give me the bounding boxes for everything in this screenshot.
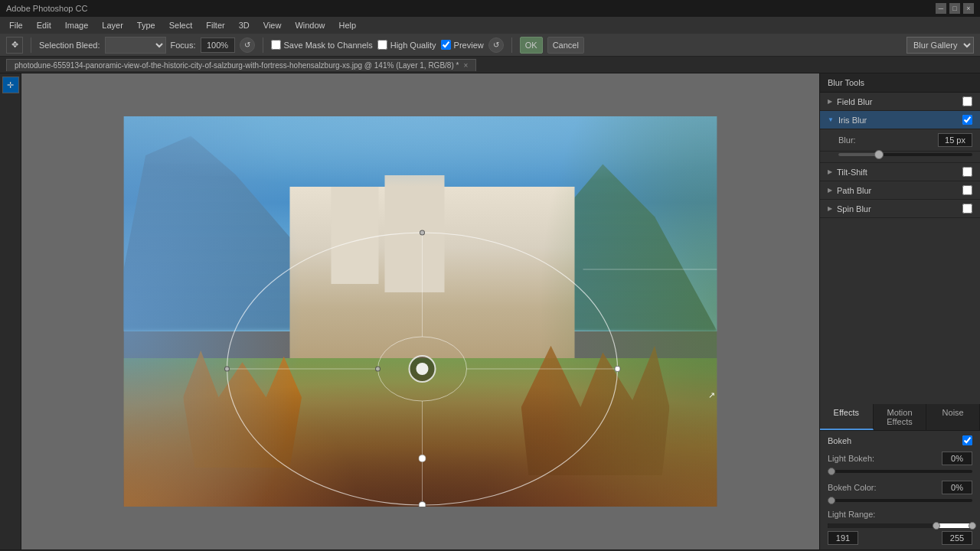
iris-blur-slider-fill — [838, 153, 879, 156]
iris-handle-right[interactable] — [615, 366, 621, 372]
bokeh-color-thumb[interactable] — [828, 497, 835, 504]
iris-blur-item[interactable]: ▼ Iris Blur — [820, 111, 980, 129]
bokeh-color-input[interactable] — [942, 481, 972, 494]
menu-image[interactable]: Image — [59, 19, 95, 31]
iris-blur-amount-row: Blur: — [820, 129, 980, 152]
center-pin-outer — [409, 355, 436, 383]
iris-inner-handle-left[interactable] — [375, 367, 381, 372]
light-range-min-input[interactable] — [828, 531, 858, 545]
high-quality-checkbox-label[interactable]: High Quality — [377, 40, 436, 50]
toolbar-sep-2 — [263, 37, 263, 53]
tool-move[interactable]: ✛ — [2, 77, 19, 93]
iris-blur-checkbox[interactable] — [962, 115, 972, 125]
field-blur-item[interactable]: ▶ Field Blur — [820, 93, 980, 111]
ok-button[interactable]: OK — [520, 37, 543, 54]
iris-blur-slider-row — [820, 152, 980, 163]
focus-label: Focus: — [171, 41, 196, 50]
light-range-handle-max[interactable] — [969, 522, 976, 530]
iris-blur-slider-thumb[interactable] — [874, 150, 884, 159]
tilt-shift-triangle: ▶ — [828, 168, 832, 175]
blur-gallery-select[interactable]: Blur Gallery — [906, 37, 974, 54]
center-pin-inner — [416, 363, 429, 375]
field-blur-triangle: ▶ — [828, 98, 832, 105]
iris-handle-top[interactable] — [420, 230, 425, 236]
iris-handle-bottom[interactable] — [419, 501, 426, 507]
bokeh-row: Bokeh — [828, 435, 972, 445]
field-blur-checkbox[interactable] — [962, 96, 972, 106]
blur-tools-header: Blur Tools — [820, 73, 980, 93]
tab-noise[interactable]: Noise — [926, 404, 980, 430]
menu-select[interactable]: Select — [163, 19, 199, 31]
tab-effects[interactable]: Effects — [820, 404, 874, 430]
focus-input[interactable] — [201, 37, 235, 53]
reset-focus-button[interactable]: ↺ — [240, 37, 255, 53]
menu-layer[interactable]: Layer — [96, 19, 129, 31]
tilt-shift-checkbox[interactable] — [962, 167, 972, 177]
high-quality-checkbox[interactable] — [377, 40, 387, 50]
maximize-button[interactable]: □ — [949, 3, 960, 14]
menu-3d[interactable]: 3D — [233, 19, 256, 31]
tilt-shift-label: Tilt-Shift — [837, 168, 958, 177]
spin-blur-item[interactable]: ▶ Spin Blur — [820, 200, 980, 218]
bokeh-color-row: Bokeh Color: — [828, 479, 972, 496]
iris-blur-slider-track[interactable] — [838, 153, 972, 156]
light-range-label: Light Range: — [828, 510, 972, 519]
light-range-handle-min[interactable] — [933, 522, 940, 530]
save-mask-checkbox-label[interactable]: Save Mask to Channels — [271, 40, 373, 50]
path-blur-label: Path Blur — [837, 186, 958, 195]
menu-view[interactable]: View — [257, 19, 288, 31]
spin-blur-checkbox[interactable] — [962, 204, 972, 214]
castle-tower-1 — [332, 187, 379, 285]
toolbar-sep-3 — [511, 37, 512, 53]
path-blur-triangle: ▶ — [828, 187, 832, 194]
document-tab-close[interactable]: × — [463, 61, 468, 70]
close-button[interactable]: × — [963, 3, 974, 14]
minimize-button[interactable]: ─ — [936, 3, 946, 14]
menu-help[interactable]: Help — [333, 19, 363, 31]
iris-handle-left[interactable] — [224, 367, 230, 372]
save-mask-checkbox[interactable] — [271, 40, 281, 50]
title-bar: Adobe Photoshop CC ─ □ × — [0, 0, 980, 17]
menu-bar: File Edit Image Layer Type Select Filter… — [0, 17, 980, 34]
canvas-area[interactable]: ↗ — [21, 73, 819, 549]
blur-amount-input[interactable] — [938, 133, 972, 147]
iris-center-pin[interactable] — [409, 355, 436, 383]
menu-type[interactable]: Type — [131, 19, 162, 31]
iris-inner-handle-bottom[interactable] — [419, 455, 426, 462]
light-range-fill-dark — [828, 523, 936, 528]
left-tools-panel: ✛ — [0, 73, 21, 549]
menu-filter[interactable]: Filter — [200, 19, 230, 31]
preview-reset-button[interactable]: ↺ — [488, 37, 504, 53]
high-quality-label: High Quality — [390, 41, 436, 50]
tilt-shift-item[interactable]: ▶ Tilt-Shift — [820, 163, 980, 181]
light-bokeh-row: Light Bokeh: — [828, 450, 972, 467]
light-bokeh-input[interactable] — [942, 452, 972, 465]
light-range-slider[interactable] — [828, 523, 972, 528]
bokeh-checkbox[interactable] — [962, 435, 972, 445]
path-blur-checkbox[interactable] — [962, 185, 972, 195]
light-range-values — [828, 531, 972, 545]
light-range-max-input[interactable] — [942, 531, 972, 545]
menu-file[interactable]: File — [3, 19, 29, 31]
menu-window[interactable]: Window — [289, 19, 331, 31]
path-blur-item[interactable]: ▶ Path Blur — [820, 181, 980, 200]
preview-checkbox-label[interactable]: Preview — [441, 40, 484, 50]
light-bokeh-thumb[interactable] — [828, 468, 835, 475]
image-canvas[interactable]: ↗ — [124, 116, 717, 507]
selection-bleed-select[interactable] — [105, 37, 166, 54]
toolbar: ✥ Selection Bleed: Focus: ↺ Save Mask to… — [0, 34, 980, 57]
cancel-button[interactable]: Cancel — [547, 37, 584, 54]
bokeh-color-slider[interactable] — [828, 499, 972, 502]
spin-blur-label: Spin Blur — [837, 204, 958, 214]
window-controls: ─ □ × — [936, 3, 974, 14]
light-bokeh-slider[interactable] — [828, 470, 972, 473]
main-layout: ✛ — [0, 73, 980, 549]
tab-motion-effects[interactable]: Motion Effects — [874, 404, 927, 430]
menu-edit[interactable]: Edit — [31, 19, 57, 31]
selection-bleed-label: Selection Bleed: — [39, 41, 100, 50]
blur-tools-title: Blur Tools — [828, 78, 864, 87]
tool-select[interactable]: ✥ — [6, 37, 23, 54]
document-tab[interactable]: photodune-6559134-panoramic-view-of-the-… — [6, 59, 476, 71]
preview-checkbox[interactable] — [441, 40, 451, 50]
document-tab-bar: photodune-6559134-panoramic-view-of-the-… — [0, 57, 980, 73]
